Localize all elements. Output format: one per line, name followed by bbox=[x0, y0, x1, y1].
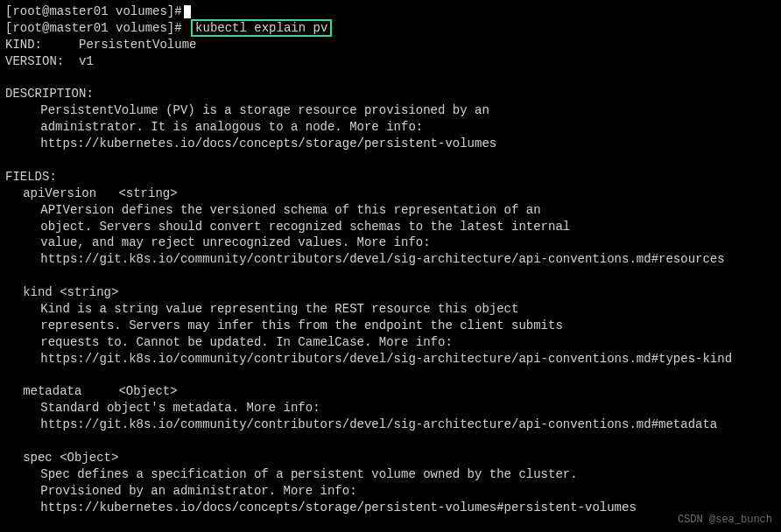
blank-line bbox=[5, 152, 776, 169]
field-header-kind: kind <string> bbox=[5, 284, 776, 301]
field-desc-line: Spec defines a specification of a persis… bbox=[5, 466, 776, 483]
description-line: PersistentVolume (PV) is a storage resou… bbox=[5, 102, 776, 119]
field-desc-line: Provisioned by an administrator. More in… bbox=[5, 483, 776, 500]
description-heading: DESCRIPTION: bbox=[5, 86, 776, 102]
blank-line bbox=[5, 268, 776, 284]
field-header-apiversion: apiVersion <string> bbox=[5, 186, 776, 202]
terminal[interactable]: [root@master01 volumes]# [root@master01 … bbox=[5, 4, 776, 516]
prompt-host: master01 bbox=[49, 4, 108, 18]
description-line: https://kubernetes.io/docs/concepts/stor… bbox=[5, 136, 776, 152]
version-line: VERSION: v1 bbox=[5, 53, 776, 70]
command-text: kubectl explain pv bbox=[195, 21, 327, 35]
field-desc-line: https://git.k8s.io/community/contributor… bbox=[5, 416, 776, 433]
kind-value: PersistentVolume bbox=[79, 38, 196, 52]
blank-line bbox=[5, 368, 776, 384]
description-line: administrator. It is analogous to a node… bbox=[5, 119, 776, 136]
prompt-line-2: [root@master01 volumes]# kubectl explain… bbox=[5, 20, 776, 37]
field-desc-line: represents. Servers may infer this from … bbox=[5, 318, 776, 334]
fields-heading: FIELDS: bbox=[5, 169, 776, 186]
version-value: v1 bbox=[79, 54, 94, 68]
prompt-user: root bbox=[12, 4, 42, 18]
field-desc-line: https://git.k8s.io/community/contributor… bbox=[5, 251, 776, 268]
prompt-path: volumes bbox=[116, 4, 167, 18]
command-highlight: kubectl explain pv bbox=[191, 19, 332, 37]
field-desc-line: requests to. Cannot be updated. In Camel… bbox=[5, 334, 776, 351]
blank-line bbox=[5, 70, 776, 87]
cursor bbox=[184, 5, 191, 18]
field-desc-line: Standard object's metadata. More info: bbox=[5, 400, 776, 416]
field-desc-line: https://kubernetes.io/docs/concepts/stor… bbox=[5, 500, 776, 516]
field-header-metadata: metadata <Object> bbox=[5, 383, 776, 400]
prompt-symbol: # bbox=[174, 4, 181, 18]
field-desc-line: https://git.k8s.io/community/contributor… bbox=[5, 351, 776, 368]
field-header-spec: spec <Object> bbox=[5, 450, 776, 466]
field-desc-line: Kind is a string value representing the … bbox=[5, 301, 776, 318]
field-desc-line: APIVersion defines the versioned schema … bbox=[5, 202, 776, 219]
kind-line: KIND: PersistentVolume bbox=[5, 37, 776, 53]
field-desc-line: object. Servers should convert recognize… bbox=[5, 219, 776, 235]
prompt-line-1: [root@master01 volumes]# bbox=[5, 4, 776, 20]
blank-line bbox=[5, 433, 776, 450]
field-desc-line: value, and may reject unrecognized value… bbox=[5, 234, 776, 251]
watermark: CSDN @sea_bunch bbox=[678, 513, 772, 527]
